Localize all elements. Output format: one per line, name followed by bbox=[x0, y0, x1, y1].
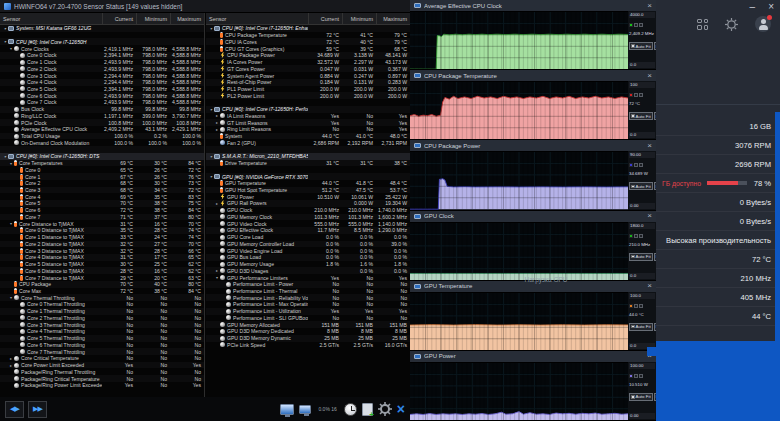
sensor-row[interactable]: IA Cores Power32.572 W2.297 W43.173 W bbox=[206, 59, 410, 66]
sensor-row[interactable]: Package/Ring Thermal ThrottlingNoNoNo bbox=[0, 368, 204, 375]
sensor-row[interactable]: GPU D3D Memory Dedicated8 MB8 MB8 MB bbox=[206, 328, 410, 335]
legend-swatch-inactive[interactable] bbox=[639, 374, 643, 378]
close-icon[interactable]: × bbox=[647, 142, 652, 150]
remote-monitors-icon[interactable] bbox=[299, 405, 311, 414]
sensor-row[interactable]: PCIe Clock100.8 MHz100.0 MHz100.8 MHz bbox=[0, 119, 204, 126]
legend-swatch-inactive[interactable] bbox=[639, 93, 643, 97]
legend-swatch-inactive[interactable] bbox=[634, 234, 638, 238]
sensor-row[interactable]: Core 3 Thermal ThrottlingNoNoNo bbox=[0, 321, 204, 328]
sensor-row[interactable]: GPU Video Engine Load0.0 %0.0 %0.0 % bbox=[206, 247, 410, 254]
sensor-row[interactable]: GPU Video Clock555.0 MHz555.0 MHz1,140.0… bbox=[206, 220, 410, 227]
sensor-row[interactable]: Core 3 Clock2,294.4 MHz798.0 MHz4,588.8 … bbox=[0, 72, 204, 79]
sensor-row[interactable]: Core 268 °C30 °C73 °C bbox=[0, 180, 204, 187]
legend-swatch-inactive[interactable] bbox=[634, 163, 638, 167]
legend-swatch-inactive[interactable] bbox=[639, 234, 643, 238]
column-sensor[interactable]: Sensor bbox=[0, 13, 102, 24]
auto-fit-checkbox[interactable]: Auto Fit bbox=[629, 393, 653, 401]
checkbox-icon[interactable] bbox=[631, 395, 635, 399]
legend-swatch-active[interactable] bbox=[629, 304, 633, 308]
settings-gear-button[interactable] bbox=[378, 402, 392, 416]
column-sensor[interactable]: Sensor bbox=[206, 13, 308, 24]
sensor-row[interactable]: Core 5 Distance to TjMAX30 °C25 °C62 °C bbox=[0, 261, 204, 268]
column-minimum[interactable]: Minimum bbox=[136, 13, 170, 24]
minimize-button[interactable]: – bbox=[750, 1, 756, 13]
sensor-row[interactable]: Core 5 Thermal ThrottlingNoNoNo bbox=[0, 335, 204, 342]
sensor-row[interactable]: Core 4 Clock2,294.4 MHz798.0 MHz4,588.8 … bbox=[0, 79, 204, 86]
legend-swatch-active[interactable] bbox=[629, 374, 633, 378]
column-minimum[interactable]: Minimum bbox=[342, 13, 376, 24]
sensor-row[interactable]: ▾Core Temperatures69 °C30 °C84 °C bbox=[0, 160, 204, 167]
sensor-row[interactable]: Core 7 Clock2,493.9 MHz798.0 MHz4,588.8 … bbox=[0, 99, 204, 106]
section-row[interactable]: ▾GPU [#0]: NVIDIA GeForce RTX 3070 Lapto… bbox=[206, 173, 410, 180]
sensor-row[interactable]: Core 3 Distance to TjMAX32 °C28 °C66 °C bbox=[0, 247, 204, 254]
sensor-row[interactable]: Core 1 Clock2,493.9 MHz798.0 MHz4,588.8 … bbox=[0, 59, 204, 66]
column-current[interactable]: Current bbox=[308, 13, 342, 24]
sensor-row[interactable]: PCIe Link Speed2.5 GT/s2.5 GT/s16.0 GT/s bbox=[206, 342, 410, 349]
sensor-row[interactable]: ▾GPU Performance LimitersYesNoYes bbox=[206, 274, 410, 281]
user-avatar[interactable] bbox=[755, 16, 771, 32]
sensor-row[interactable]: Core 2 Clock2,493.9 MHz798.0 MHz4,588.8 … bbox=[0, 65, 204, 72]
sensor-row[interactable]: PL2 Power Limit200.0 W200.0 W200.0 W bbox=[206, 92, 410, 99]
legend-swatch-active[interactable] bbox=[629, 234, 633, 238]
sensor-row[interactable]: Core 0 Thermal ThrottlingNoNoNo bbox=[0, 301, 204, 308]
sensor-row[interactable]: CPU IA Cores72 °C40 °C79 °C bbox=[206, 38, 410, 45]
sensor-row[interactable]: CPU Package Temperature72 °C41 °C79 °C bbox=[206, 32, 410, 39]
sensor-row[interactable]: Core 4 Distance to TjMAX31 °C17 °C65 °C bbox=[0, 254, 204, 261]
sensor-row[interactable]: Performance Limit - PowerNoNoNo bbox=[206, 281, 410, 288]
legend-swatch-inactive[interactable] bbox=[639, 304, 643, 308]
legend-swatch-inactive[interactable] bbox=[634, 93, 638, 97]
sensor-row[interactable]: CPU Package Power34.689 W3.138 W48.141 W bbox=[206, 52, 410, 59]
close-sensors-button[interactable]: × bbox=[397, 402, 405, 416]
sensor-row[interactable]: On-Demand Clock Modulation100.0 %100.0 %… bbox=[0, 139, 204, 146]
auto-fit-checkbox[interactable]: Auto Fit bbox=[629, 182, 653, 190]
auto-fit-checkbox[interactable]: Auto Fit bbox=[629, 253, 653, 261]
report-button[interactable] bbox=[362, 403, 373, 416]
sensor-row[interactable]: PL1 Power Limit200.0 W200.0 W200.0 W bbox=[206, 86, 410, 93]
sensor-row[interactable]: ▸IA Limit ReasonsYesNoYes bbox=[206, 113, 410, 120]
sensor-row[interactable]: GPU Temperature44.0 °C41.8 °C48.4 °C bbox=[206, 180, 410, 187]
sensor-row[interactable]: Average Effective CPU Clock2,409.2 MHz43… bbox=[0, 126, 204, 133]
sensor-row[interactable]: Core 368 °C34 °C72 °C bbox=[0, 187, 204, 194]
checkbox-icon[interactable] bbox=[631, 255, 635, 259]
sensor-row[interactable]: GPU Hot Spot Temperature51.2 °C47.5 °C53… bbox=[206, 187, 410, 194]
checkbox-icon[interactable] bbox=[631, 325, 635, 329]
sensor-row[interactable]: Bus Clock99.8 MHz99.8 MHz99.8 MHz bbox=[0, 106, 204, 113]
sensor-row[interactable]: Core 6 Clock2,493.9 MHz798.0 MHz4,588.8 … bbox=[0, 92, 204, 99]
sensor-row[interactable]: Core 1 Thermal ThrottlingNoNoNo bbox=[0, 308, 204, 315]
legend-swatch-active[interactable] bbox=[629, 93, 633, 97]
close-icon[interactable]: × bbox=[647, 72, 652, 80]
sensor-row[interactable]: Core 2 Thermal ThrottlingNoNoNo bbox=[0, 315, 204, 322]
sensor-row[interactable]: Core 672 °C38 °C84 °C bbox=[0, 207, 204, 214]
sensor-row[interactable]: GPU Bus Load0.0 %0.0 %0.0 % bbox=[206, 254, 410, 261]
sensor-row[interactable]: System Agent Power0.884 W0.247 W0.897 W bbox=[206, 72, 410, 79]
sensor-row[interactable]: Drive Temperature31 °C31 °C38 °C bbox=[206, 160, 410, 167]
sensor-row[interactable]: Rest-of-Chip Power0.184 W0.131 W0.283 W bbox=[206, 79, 410, 86]
sensor-row[interactable]: ▾Core Clocks2,419.1 MHz798.0 MHz4,588.8 … bbox=[0, 45, 204, 52]
section-row[interactable]: ▾CPU [#0]: Intel Core i7-12650H: Perform… bbox=[206, 106, 410, 113]
sensor-row[interactable]: Core 0 Distance to TjMAX35 °C28 °C74 °C bbox=[0, 227, 204, 234]
sensor-row[interactable]: ▾Core Distance to TjMAX31 °C16 °C70 °C bbox=[0, 220, 204, 227]
sensor-row[interactable]: Core 570 °C38 °C75 °C bbox=[0, 200, 204, 207]
sensor-row[interactable]: Core 167 °C26 °C76 °C bbox=[0, 173, 204, 180]
auto-fit-checkbox[interactable]: Auto Fit bbox=[629, 112, 653, 120]
section-row[interactable]: ▾S.M.A.R.T.: Micron_2210_MTFDHBA512QF... bbox=[206, 153, 410, 160]
checkbox-icon[interactable] bbox=[631, 114, 635, 118]
close-icon[interactable]: × bbox=[647, 212, 652, 220]
remote-monitoring-icon[interactable] bbox=[280, 404, 294, 415]
sensor-row[interactable]: Total CPU Usage100.0 %0.2 %100.0 % bbox=[0, 133, 204, 140]
legend-swatch-inactive[interactable] bbox=[634, 304, 638, 308]
sensor-row[interactable]: Core 7 Thermal ThrottlingNoNoNo bbox=[0, 348, 204, 355]
sensor-row[interactable]: Performance Limit - SLI GPUBoost SyncNoN… bbox=[206, 315, 410, 322]
collapse-columns-button[interactable]: ▶▶ bbox=[28, 401, 47, 418]
sensor-row[interactable]: GT Cores Power0.047 W0.031 W0.367 W bbox=[206, 65, 410, 72]
checkbox-icon[interactable] bbox=[631, 44, 635, 48]
sensor-row[interactable]: GPU Clock210.0 MHz210.0 MHz1,740.0 MHz bbox=[206, 207, 410, 214]
close-icon[interactable]: × bbox=[647, 2, 652, 10]
sensor-row[interactable]: GPU Effective Clock11.7 MHz8.5 MHz1,290.… bbox=[206, 227, 410, 234]
sensor-row[interactable]: Performance Limit - Max Operating Voltag… bbox=[206, 301, 410, 308]
sensor-row[interactable]: ▸Ring Limit ReasonsNoNoYes bbox=[206, 126, 410, 133]
sensor-row[interactable]: ▸Core Power Limit ExceededYesNoYes bbox=[0, 362, 204, 369]
sensor-row[interactable]: GPU D3D Memory Dynamic25 MB25 MB25 MB bbox=[206, 335, 410, 342]
sensor-row[interactable]: Core 771 °C37 °C80 °C bbox=[0, 214, 204, 221]
close-button[interactable]: × bbox=[768, 1, 774, 13]
